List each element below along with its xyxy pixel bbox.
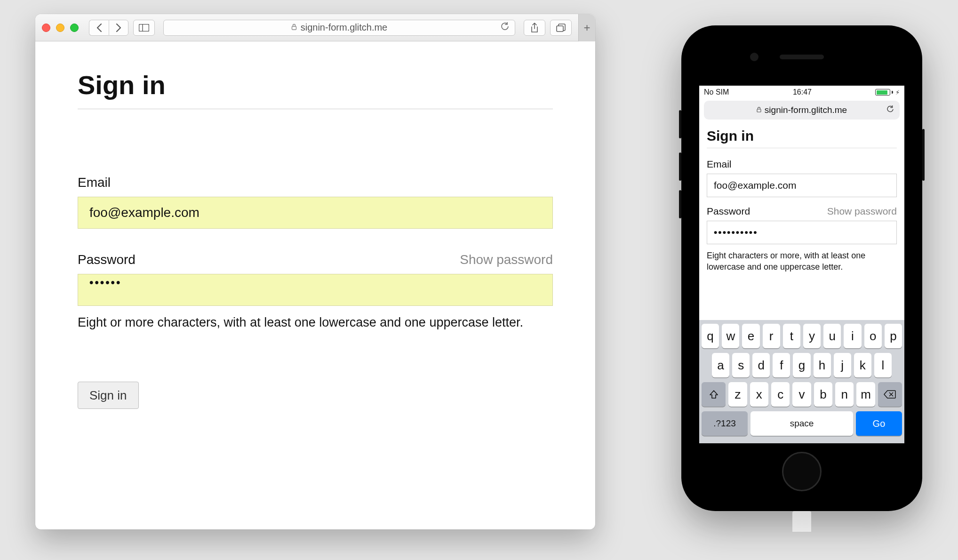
key-h[interactable]: h	[814, 353, 831, 377]
show-password-toggle[interactable]: Show password	[460, 252, 553, 267]
svg-rect-3	[557, 26, 563, 32]
email-group: Email	[78, 175, 553, 229]
speaker	[780, 55, 824, 59]
password-input[interactable]: ••••••	[78, 274, 553, 306]
signin-button[interactable]: Sign in	[78, 382, 139, 409]
share-button[interactable]	[524, 20, 545, 36]
key-q[interactable]: q	[702, 324, 719, 348]
ios-password-group: Password Show password •••••••••• Eight …	[707, 206, 897, 273]
front-camera	[750, 53, 758, 61]
keyboard-row-1: qwertyuiop	[702, 324, 902, 348]
ios-password-value: ••••••••••	[714, 227, 758, 238]
space-key[interactable]: space	[750, 411, 853, 436]
keyboard-row-2: asdfghjkl	[702, 353, 902, 377]
nav-buttons	[89, 20, 128, 36]
key-s[interactable]: s	[732, 353, 750, 377]
safari-window: signin-form.glitch.me + Sign in Email Pa…	[35, 14, 595, 529]
email-label: Email	[78, 175, 111, 190]
keyboard-row-3: zxcvbnm	[702, 382, 902, 407]
key-t[interactable]: t	[783, 324, 800, 348]
lock-icon	[757, 107, 761, 114]
svg-rect-0	[139, 24, 149, 31]
home-button[interactable]	[782, 452, 822, 491]
key-n[interactable]: n	[835, 382, 854, 407]
key-k[interactable]: k	[854, 353, 871, 377]
lock-icon	[291, 24, 297, 32]
page-content: Sign in Email Password Show password •••…	[35, 41, 595, 437]
forward-button[interactable]	[109, 20, 128, 36]
key-j[interactable]: j	[834, 353, 851, 377]
maximize-window-button[interactable]	[70, 24, 79, 32]
key-z[interactable]: z	[728, 382, 747, 407]
key-r[interactable]: r	[763, 324, 780, 348]
key-f[interactable]: f	[773, 353, 790, 377]
password-hint: Eight or more characters, with at least …	[78, 315, 553, 330]
key-v[interactable]: v	[792, 382, 811, 407]
key-u[interactable]: u	[823, 324, 841, 348]
status-time: 16:47	[793, 88, 812, 96]
svg-rect-2	[292, 26, 296, 30]
key-a[interactable]: a	[712, 353, 729, 377]
ios-password-hint: Eight characters or more, with at least …	[707, 250, 897, 273]
numeric-key[interactable]: .?123	[702, 411, 748, 436]
password-value: ••••••	[89, 276, 121, 288]
sidebar-toggle-button[interactable]	[133, 20, 155, 36]
page-title: Sign in	[78, 70, 553, 109]
ios-reload-button[interactable]	[886, 105, 894, 115]
ios-show-password-toggle[interactable]: Show password	[827, 206, 897, 217]
key-g[interactable]: g	[793, 353, 810, 377]
reload-button[interactable]	[501, 22, 509, 33]
tabs-button[interactable]	[550, 20, 572, 36]
address-bar[interactable]: signin-form.glitch.me	[163, 20, 515, 36]
key-l[interactable]: l	[874, 353, 892, 377]
password-label: Password	[78, 252, 136, 267]
ios-email-group: Email	[707, 159, 897, 197]
close-window-button[interactable]	[42, 24, 50, 32]
key-p[interactable]: p	[885, 324, 902, 348]
carrier-text: No SIM	[704, 88, 729, 96]
key-w[interactable]: w	[722, 324, 739, 348]
svg-rect-4	[757, 109, 761, 112]
key-o[interactable]: o	[864, 324, 882, 348]
charging-icon: ⚡︎	[895, 89, 900, 96]
new-tab-button[interactable]: +	[578, 14, 595, 41]
key-i[interactable]: i	[844, 324, 861, 348]
ios-keyboard: qwertyuiop asdfghjkl zxcvbnm .?123 spac	[699, 320, 904, 443]
iphone-screen: No SIM 16:47 ⚡︎ signin-form.glitch.me	[699, 86, 904, 443]
key-c[interactable]: c	[771, 382, 790, 407]
go-key[interactable]: Go	[856, 411, 902, 436]
url-text: signin-form.glitch.me	[301, 22, 388, 33]
backspace-key[interactable]	[878, 382, 902, 407]
key-e[interactable]: e	[742, 324, 759, 348]
ios-page-title: Sign in	[707, 128, 897, 148]
ios-page-content: Sign in Email Password Show password •••…	[699, 124, 904, 285]
shift-key[interactable]	[702, 382, 726, 407]
ios-password-label: Password	[707, 206, 750, 217]
key-y[interactable]: y	[803, 324, 821, 348]
ios-keyboard-area: Done qwertyuiop asdfghjkl zxcvbnm	[699, 422, 904, 443]
key-b[interactable]: b	[814, 382, 832, 407]
back-button[interactable]	[89, 20, 109, 36]
safari-toolbar: signin-form.glitch.me +	[35, 14, 595, 41]
ios-url-text: signin-form.glitch.me	[765, 105, 847, 115]
key-m[interactable]: m	[856, 382, 875, 407]
ios-address-bar[interactable]: signin-form.glitch.me	[704, 101, 900, 120]
window-controls	[42, 24, 79, 32]
lightning-cable	[792, 511, 811, 532]
key-x[interactable]: x	[750, 382, 768, 407]
ios-password-input[interactable]: ••••••••••	[707, 221, 897, 244]
battery-indicator: ⚡︎	[875, 89, 900, 96]
password-group: Password Show password •••••• Eight or m…	[78, 252, 553, 330]
keyboard-row-bottom: .?123 space Go	[702, 411, 902, 436]
email-input[interactable]	[78, 197, 553, 229]
ios-email-input[interactable]	[707, 174, 897, 197]
key-d[interactable]: d	[752, 353, 770, 377]
ios-status-bar: No SIM 16:47 ⚡︎	[699, 86, 904, 99]
minimize-window-button[interactable]	[56, 24, 64, 32]
ios-email-label: Email	[707, 159, 732, 170]
iphone-device: No SIM 16:47 ⚡︎ signin-form.glitch.me	[681, 25, 922, 511]
